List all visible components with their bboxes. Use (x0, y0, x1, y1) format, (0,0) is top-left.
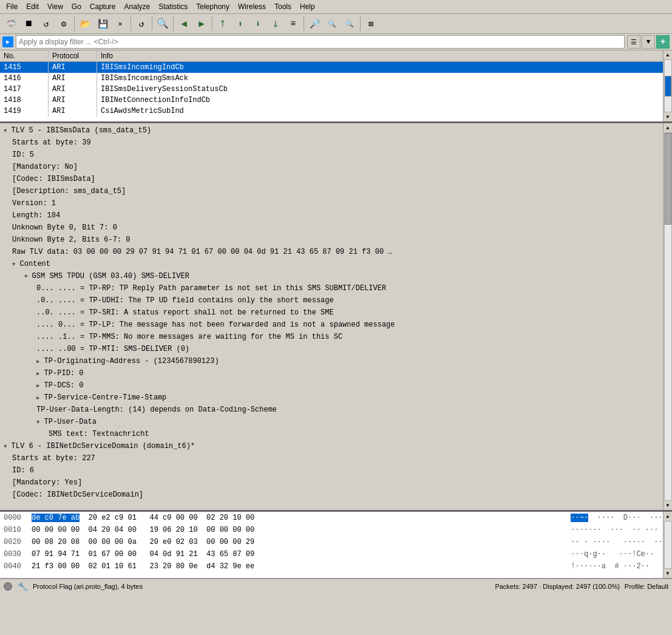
menu-statistics[interactable]: Statistics (155, 1, 191, 12)
detail-line[interactable]: TP-DCS: 0 (0, 379, 663, 392)
detail-line[interactable]: TP-Originating-Address - (1234567890123) (0, 355, 663, 367)
zoom-in-button[interactable]: 🔎 (306, 15, 323, 32)
detail-line: Starts at byte: 39 (0, 137, 663, 149)
shark-icon[interactable]: 🦈 (2, 15, 19, 32)
packet-row[interactable]: 1417 ARI IBISmsDeliverySessionStatusCb (0, 84, 663, 95)
packet-row[interactable]: 1419 ARI CsiAwdsMetricSubInd (0, 106, 663, 117)
packet-list-pane: No. Protocol Info 1415 ARI IBISmsIncomin… (0, 50, 672, 123)
detail-line[interactable]: TP-Service-Centre-Time-Stamp (0, 392, 663, 404)
detail-line[interactable]: TLV 6 - IBINetDcServiceDomain (domain_t6… (0, 440, 663, 452)
scroll-up-arrow[interactable]: ▲ (664, 512, 673, 521)
scroll-thumb[interactable] (665, 133, 671, 225)
menu-telephony[interactable]: Telephony (192, 1, 233, 12)
menu-go[interactable]: Go (68, 1, 85, 12)
hex-ascii: !······a # ···2·· (562, 561, 659, 572)
close-button[interactable]: ✕ (112, 15, 129, 32)
scroll-down-arrow[interactable]: ▼ (664, 569, 673, 578)
hex-pane-scrollbar[interactable]: ▲ ▼ (663, 512, 672, 578)
packet-row[interactable]: 1416 ARI IBISmsIncomingSmsAck (0, 73, 663, 84)
jump-next-button[interactable]: ⬇ (249, 15, 266, 32)
hex-bytes: de c0 7e ab 20 e2 c9 01 44 c0 00 00 02 2… (32, 512, 562, 523)
packet-info: CsiAwdsMetricSubInd (97, 106, 663, 117)
detail-pane: TLV 5 - IBISmsData (sms_data_t5) Starts … (0, 123, 672, 512)
detail-pane-scrollbar[interactable]: ▲ ▼ (663, 123, 672, 510)
stop-button[interactable]: ⏹ (20, 15, 37, 32)
detail-line[interactable]: GSM SMS TPDU (GSM 03.40) SMS-DELIVER (0, 270, 663, 282)
detail-line: .... ..00 = TP-MTI: SMS-DELIVER (0) (0, 343, 663, 355)
detail-line[interactable]: TP-User-Data (0, 416, 663, 428)
packet-proto: ARI (49, 62, 97, 73)
packet-no: 1416 (0, 73, 49, 84)
scroll-track[interactable] (664, 59, 672, 112)
filter-dropdown-button[interactable]: ▼ (642, 35, 655, 49)
jump-last-button[interactable]: ⤓ (267, 15, 284, 32)
colorize-button[interactable]: ≡ (285, 15, 302, 32)
restart-button[interactable]: ↺ (38, 15, 55, 32)
menu-analyze[interactable]: Analyze (121, 1, 154, 12)
hex-row: 0020 00 08 20 08 00 00 00 0a 20 e0 02 03… (0, 536, 663, 548)
hex-pane: 0000 de c0 7e ab 20 e2 c9 01 44 c0 00 00… (0, 512, 672, 579)
reload-button[interactable]: ↺ (133, 15, 150, 32)
back-button[interactable]: ◀ (175, 15, 192, 32)
hex-bytes: 00 00 00 00 04 20 04 00 19 06 20 10 00 0… (32, 525, 562, 535)
detail-line: ID: 6 (0, 464, 663, 477)
scroll-track[interactable] (664, 521, 672, 569)
detail-line[interactable]: TLV 5 - IBISmsData (sms_data_t5) (0, 124, 663, 137)
packet-proto: ARI (49, 84, 97, 95)
hex-ascii: ···q·g·· ···!Ce·· (562, 549, 659, 560)
packet-proto: ARI (49, 73, 97, 84)
packet-list-header: No. Protocol Info (0, 50, 663, 62)
status-protocol: Protocol Flag (ari.proto_flag), 4 bytes (33, 583, 143, 590)
col-header-info: Info (97, 50, 663, 61)
menu-wireless[interactable]: Wireless (234, 1, 270, 12)
filter-bookmark-button[interactable]: ☰ (627, 35, 640, 49)
menu-tools[interactable]: Tools (271, 1, 295, 12)
detail-line: [Mandatory: Yes] (0, 477, 663, 489)
find-button[interactable]: 🔍 (154, 15, 171, 32)
packet-no: 1419 (0, 106, 49, 117)
packet-row[interactable]: 1418 ARI IBINetConnectionInfoIndCb (0, 95, 663, 106)
hex-offset: 0020 (4, 537, 28, 548)
filter-icon: ▶ (2, 36, 13, 47)
detail-line: [Mandatory: No] (0, 161, 663, 173)
menu-view[interactable]: View (44, 1, 67, 12)
hex-offset: 0000 (4, 512, 28, 523)
resize-columns-button[interactable]: ⊞ (362, 15, 379, 32)
scroll-track[interactable] (664, 132, 672, 501)
scroll-up-arrow[interactable]: ▲ (664, 123, 673, 132)
scroll-up-arrow[interactable]: ▲ (664, 50, 673, 59)
scroll-thumb[interactable] (665, 76, 671, 97)
menu-file[interactable]: File (2, 1, 21, 12)
zoom-reset-button[interactable]: 🔍 (341, 15, 358, 32)
hex-ascii: ··~· ···· D··· ··· (562, 512, 659, 523)
detail-line: [Codec: IBINetDcServiceDomain] (0, 489, 663, 501)
hex-offset: 0030 (4, 549, 28, 560)
scroll-down-arrow[interactable]: ▼ (664, 501, 673, 510)
menu-help[interactable]: Help (296, 1, 319, 12)
status-icon[interactable]: 🔧 (17, 581, 28, 592)
packet-info: IBISmsDeliverySessionStatusCb (97, 84, 663, 95)
col-header-no: No. (0, 50, 49, 61)
filter-input[interactable] (16, 35, 625, 49)
detail-line[interactable]: TP-PID: 0 (0, 367, 663, 379)
packet-no: 1417 (0, 84, 49, 95)
jump-first-button[interactable]: ⤒ (214, 15, 231, 32)
detail-line: SMS text: Textnachricht (0, 428, 663, 440)
packet-list-scrollbar[interactable]: ▲ ▼ (663, 50, 672, 121)
open-button[interactable]: 📂 (76, 15, 93, 32)
menu-capture[interactable]: Capture (86, 1, 120, 12)
forward-button[interactable]: ▶ (193, 15, 210, 32)
save-button[interactable]: 💾 (94, 15, 111, 32)
menu-edit[interactable]: Edit (22, 1, 42, 12)
packet-row[interactable]: 1415 ARI IBISmsIncomingIndCb (0, 62, 663, 73)
col-header-protocol: Protocol (49, 50, 97, 61)
add-filter-button[interactable]: + (656, 35, 670, 49)
detail-line: Unknown Byte 0, Bit 7: 0 (0, 222, 663, 234)
options-button[interactable]: ⚙ (55, 15, 72, 32)
hex-bytes: 21 f3 00 00 02 01 10 61 23 20 80 0e d4 3… (32, 561, 562, 572)
toolbar-sep1 (74, 16, 75, 31)
zoom-out-button[interactable]: 🔍 (324, 15, 341, 32)
scroll-down-arrow[interactable]: ▼ (664, 112, 673, 121)
detail-line[interactable]: Content (0, 258, 663, 270)
jump-prev-button[interactable]: ⬆ (232, 15, 249, 32)
